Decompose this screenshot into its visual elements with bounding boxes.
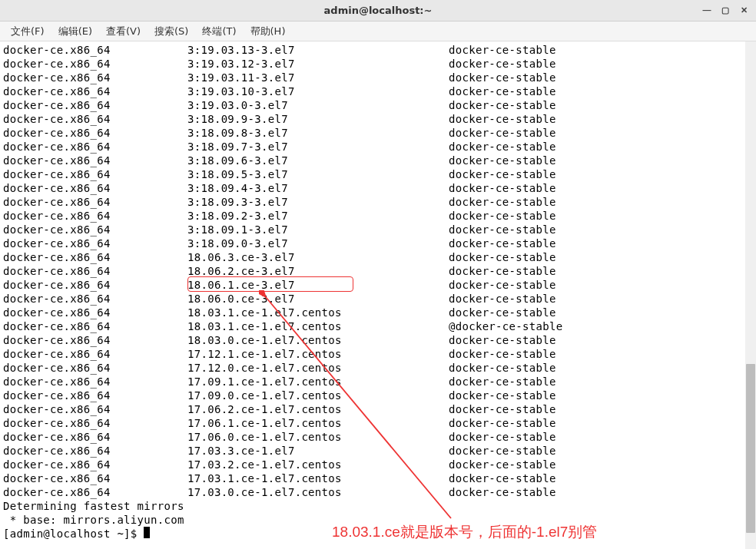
pkg-name: docker-ce.x86_64 (3, 347, 187, 361)
table-row: docker-ce.x86_6417.06.1.ce-1.el7.centosd… (3, 416, 753, 430)
table-row: docker-ce.x86_643:19.03.12-3.el7docker-c… (3, 57, 753, 71)
table-row: docker-ce.x86_643:19.03.0-3.el7docker-ce… (3, 98, 753, 112)
table-row: docker-ce.x86_643:18.09.0-3.el7docker-ce… (3, 236, 753, 250)
table-row: docker-ce.x86_643:18.09.5-3.el7docker-ce… (3, 167, 753, 181)
pkg-name: docker-ce.x86_64 (3, 195, 187, 209)
pkg-repo: docker-ce-stable (449, 209, 556, 223)
table-row: docker-ce.x86_6418.03.0.ce-1.el7.centosd… (3, 333, 753, 347)
table-row: docker-ce.x86_6417.09.1.ce-1.el7.centosd… (3, 375, 753, 389)
pkg-version: 3:18.09.0-3.el7 (187, 236, 449, 250)
pkg-name: docker-ce.x86_64 (3, 167, 187, 181)
pkg-repo: docker-ce-stable (449, 402, 556, 416)
table-row: docker-ce.x86_6417.03.3.ce-1.el7docker-c… (3, 444, 753, 458)
pkg-repo: docker-ce-stable (449, 98, 556, 112)
pkg-name: docker-ce.x86_64 (3, 223, 187, 236)
pkg-version: 18.06.3.ce-3.el7 (187, 250, 449, 264)
menu-edit[interactable]: 编辑(E) (52, 22, 98, 41)
pkg-name: docker-ce.x86_64 (3, 43, 187, 57)
pkg-name: docker-ce.x86_64 (3, 112, 187, 126)
pkg-version: 18.03.0.ce-1.el7.centos (187, 333, 449, 347)
pkg-version: 18.03.1.ce-1.el7.centos (187, 306, 449, 319)
pkg-repo: docker-ce-stable (449, 389, 556, 402)
pkg-name: docker-ce.x86_64 (3, 264, 187, 278)
pkg-name: docker-ce.x86_64 (3, 126, 187, 140)
pkg-name: docker-ce.x86_64 (3, 84, 187, 98)
pkg-name: docker-ce.x86_64 (3, 292, 187, 306)
pkg-version: 3:19.03.11-3.el7 (187, 71, 449, 84)
pkg-repo: docker-ce-stable (449, 195, 556, 209)
pkg-name: docker-ce.x86_64 (3, 71, 187, 84)
pkg-version: 3:19.03.0-3.el7 (187, 98, 449, 112)
pkg-version: 3:18.09.5-3.el7 (187, 167, 449, 181)
table-row: docker-ce.x86_6418.03.1.ce-1.el7.centos@… (3, 319, 753, 333)
pkg-repo: docker-ce-stable (449, 306, 556, 319)
window-controls: — ▢ ✕ (699, 3, 751, 17)
menu-terminal[interactable]: 终端(T) (196, 22, 242, 41)
close-button[interactable]: ✕ (736, 3, 751, 17)
table-row: docker-ce.x86_6418.06.3.ce-3.el7docker-c… (3, 250, 753, 264)
footer-line: Determining fastest mirrors (3, 499, 753, 513)
pkg-repo: docker-ce-stable (449, 333, 556, 347)
pkg-version: 18.06.0.ce-3.el7 (187, 292, 449, 306)
pkg-name: docker-ce.x86_64 (3, 236, 187, 250)
menu-search[interactable]: 搜索(S) (148, 22, 194, 41)
pkg-repo: docker-ce-stable (449, 154, 556, 167)
minimize-button[interactable]: — (699, 3, 715, 17)
pkg-version: 3:19.03.12-3.el7 (187, 57, 449, 71)
pkg-name: docker-ce.x86_64 (3, 250, 187, 264)
table-row: docker-ce.x86_643:19.03.13-3.el7docker-c… (3, 43, 753, 57)
pkg-name: docker-ce.x86_64 (3, 402, 187, 416)
pkg-repo: docker-ce-stable (449, 223, 556, 236)
pkg-name: docker-ce.x86_64 (3, 181, 187, 195)
pkg-repo: docker-ce-stable (449, 167, 556, 181)
menu-view[interactable]: 查看(V) (100, 22, 147, 41)
pkg-name: docker-ce.x86_64 (3, 140, 187, 154)
pkg-name: docker-ce.x86_64 (3, 333, 187, 347)
pkg-name: docker-ce.x86_64 (3, 57, 187, 71)
scrollbar-thumb[interactable] (746, 364, 755, 533)
pkg-repo: docker-ce-stable (449, 278, 556, 292)
table-row: docker-ce.x86_643:19.03.11-3.el7docker-c… (3, 71, 753, 84)
pkg-version: 17.09.0.ce-1.el7.centos (187, 389, 449, 402)
pkg-version: 17.12.0.ce-1.el7.centos (187, 361, 449, 375)
pkg-version: 17.06.0.ce-1.el7.centos (187, 430, 449, 444)
maximize-button[interactable]: ▢ (718, 3, 733, 17)
pkg-version: 17.03.3.ce-1.el7 (187, 444, 449, 458)
table-row: docker-ce.x86_6417.12.0.ce-1.el7.centosd… (3, 361, 753, 375)
pkg-name: docker-ce.x86_64 (3, 375, 187, 389)
pkg-version: 3:18.09.2-3.el7 (187, 209, 449, 223)
table-row: docker-ce.x86_6417.06.2.ce-1.el7.centosd… (3, 402, 753, 416)
pkg-name: docker-ce.x86_64 (3, 154, 187, 167)
pkg-repo: docker-ce-stable (449, 375, 556, 389)
pkg-version: 3:19.03.10-3.el7 (187, 84, 449, 98)
table-row: docker-ce.x86_6417.03.2.ce-1.el7.centosd… (3, 458, 753, 471)
pkg-repo: docker-ce-stable (449, 84, 556, 98)
pkg-repo: docker-ce-stable (449, 140, 556, 154)
pkg-name: docker-ce.x86_64 (3, 430, 187, 444)
prompt-line[interactable]: [admin@localhost ~]$ (3, 527, 753, 541)
table-row: docker-ce.x86_6418.06.0.ce-3.el7docker-c… (3, 292, 753, 306)
table-row: docker-ce.x86_6417.03.0.ce-1.el7.centosd… (3, 485, 753, 499)
pkg-repo: docker-ce-stable (449, 264, 556, 278)
titlebar: admin@localhost:~ — ▢ ✕ (0, 0, 756, 21)
pkg-repo: docker-ce-stable (449, 181, 556, 195)
table-row: docker-ce.x86_643:19.03.10-3.el7docker-c… (3, 84, 753, 98)
pkg-repo: docker-ce-stable (449, 57, 556, 71)
pkg-version: 3:18.09.3-3.el7 (187, 195, 449, 209)
pkg-name: docker-ce.x86_64 (3, 319, 187, 333)
menu-file[interactable]: 文件(F) (5, 22, 51, 41)
terminal-content[interactable]: docker-ce.x86_643:19.03.13-3.el7docker-c… (0, 41, 756, 549)
pkg-version: 17.03.2.ce-1.el7.centos (187, 458, 449, 471)
pkg-version: 3:19.03.13-3.el7 (187, 43, 449, 57)
cursor (144, 527, 150, 538)
scrollbar[interactable] (745, 41, 756, 549)
pkg-version: 17.12.1.ce-1.el7.centos (187, 347, 449, 361)
pkg-version: 3:18.09.8-3.el7 (187, 126, 449, 140)
pkg-name: docker-ce.x86_64 (3, 209, 187, 223)
pkg-repo: docker-ce-stable (449, 471, 556, 485)
pkg-repo: docker-ce-stable (449, 250, 556, 264)
pkg-name: docker-ce.x86_64 (3, 485, 187, 499)
window-title: admin@localhost:~ (324, 5, 433, 16)
pkg-version: 17.09.1.ce-1.el7.centos (187, 375, 449, 389)
menu-help[interactable]: 帮助(H) (244, 22, 292, 41)
